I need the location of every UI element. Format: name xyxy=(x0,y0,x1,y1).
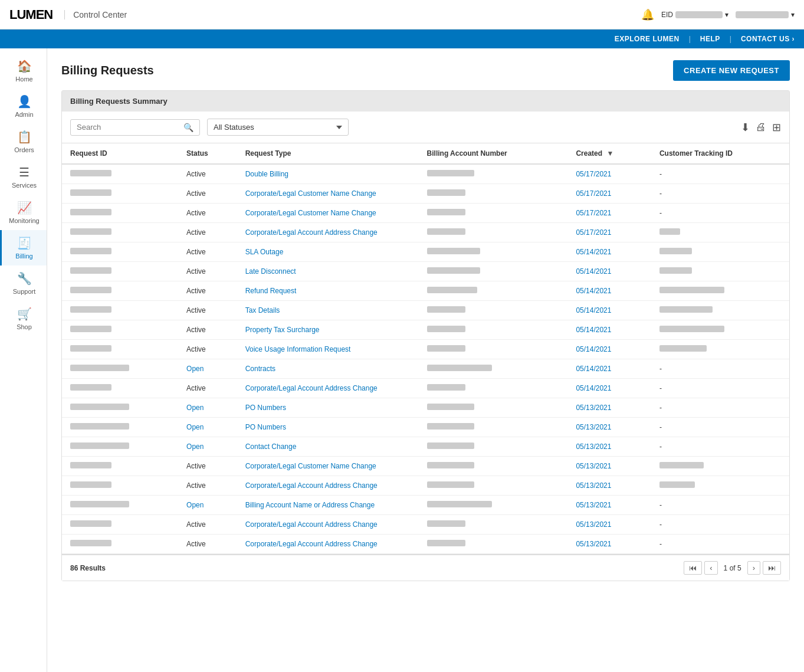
search-input[interactable] xyxy=(77,123,180,132)
request-id-link[interactable] xyxy=(70,404,129,410)
request-type-link[interactable]: PO Numbers xyxy=(245,404,286,412)
next-page-button[interactable]: › xyxy=(747,561,760,575)
home-icon: 🏠 xyxy=(17,59,32,73)
sidebar-item-admin[interactable]: 👤 Admin xyxy=(0,88,47,124)
sidebar-item-billing[interactable]: 🧾 Billing xyxy=(0,230,47,265)
created-date-link[interactable]: 05/14/2021 xyxy=(576,287,611,295)
status-filter-select[interactable]: All Statuses Active Open Closed xyxy=(207,119,349,136)
sidebar-item-services[interactable]: ☰ Services xyxy=(0,159,47,195)
request-type-link[interactable]: Property Tax Surcharge xyxy=(245,326,320,334)
created-date-link[interactable]: 05/13/2021 xyxy=(576,520,611,529)
request-id-link[interactable] xyxy=(70,170,111,176)
request-id-link[interactable] xyxy=(70,287,111,293)
request-id-link[interactable] xyxy=(70,384,111,391)
request-type-link[interactable]: Corporate/Legal Customer Name Change xyxy=(245,189,376,198)
page-info: 1 of 5 xyxy=(720,564,745,572)
request-id-link[interactable] xyxy=(70,462,111,468)
created-date-link[interactable]: 05/13/2021 xyxy=(576,423,611,431)
request-id-link[interactable] xyxy=(70,501,129,507)
request-id-link[interactable] xyxy=(70,248,111,254)
created-date-link[interactable]: 05/14/2021 xyxy=(576,267,611,276)
request-type-link[interactable]: Corporate/Legal Account Address Change xyxy=(245,540,378,548)
request-id-link[interactable] xyxy=(70,423,129,430)
request-type-link[interactable]: Corporate/Legal Account Address Change xyxy=(245,384,378,392)
created-date-link[interactable]: 05/17/2021 xyxy=(576,209,611,217)
request-id-link[interactable] xyxy=(70,189,111,196)
table-row: ActiveVoice Usage Information Request05/… xyxy=(62,340,789,359)
user-selector[interactable]: ▾ xyxy=(736,11,795,19)
request-type-link[interactable]: Late Disconnect xyxy=(245,267,296,276)
request-id-link[interactable] xyxy=(70,209,111,215)
created-date-link[interactable]: 05/13/2021 xyxy=(576,462,611,470)
created-date-link[interactable]: 05/14/2021 xyxy=(576,306,611,314)
request-type-link[interactable]: Tax Details xyxy=(245,306,280,314)
sidebar-item-home[interactable]: 🏠 Home xyxy=(0,53,47,88)
sidebar-item-shop[interactable]: 🛒 Shop xyxy=(0,301,47,336)
request-type-link[interactable]: Voice Usage Information Request xyxy=(245,345,351,353)
prev-page-button[interactable]: ‹ xyxy=(704,561,717,575)
created-date-link[interactable]: 05/14/2021 xyxy=(576,384,611,392)
cell-created: 05/14/2021 xyxy=(567,262,651,281)
sidebar-item-label: Shop xyxy=(17,323,32,330)
created-date-link[interactable]: 05/13/2021 xyxy=(576,540,611,548)
request-id-link[interactable] xyxy=(70,345,111,352)
created-date-link[interactable]: 05/17/2021 xyxy=(576,170,611,178)
print-icon[interactable]: 🖨 xyxy=(756,121,766,133)
sidebar-item-support[interactable]: 🔧 Support xyxy=(0,265,47,301)
explore-lumen-link[interactable]: EXPLORE LUMEN xyxy=(615,35,680,43)
request-type-link[interactable]: Corporate/Legal Account Address Change xyxy=(245,481,378,490)
eid-selector[interactable]: EID ▾ xyxy=(661,11,728,19)
created-date-link[interactable]: 05/13/2021 xyxy=(576,404,611,412)
sidebar-item-monitoring[interactable]: 📈 Monitoring xyxy=(0,195,47,230)
sidebar-item-orders[interactable]: 📋 Orders xyxy=(0,124,47,159)
cell-request-id xyxy=(62,223,178,242)
request-type-link[interactable]: Corporate/Legal Account Address Change xyxy=(245,228,378,237)
cell-tracking-id: - xyxy=(651,164,789,184)
cell-status: Open xyxy=(178,418,237,437)
cell-status: Active xyxy=(178,476,237,496)
last-page-button[interactable]: ⏭ xyxy=(763,561,781,575)
request-id-link[interactable] xyxy=(70,306,111,313)
request-type-link[interactable]: SLA Outage xyxy=(245,248,284,256)
request-id-link[interactable] xyxy=(70,442,129,449)
first-page-button[interactable]: ⏮ xyxy=(684,561,702,575)
request-id-link[interactable] xyxy=(70,540,111,546)
table-header-row: Request ID Status Request Type Billing A… xyxy=(62,143,789,164)
request-id-link[interactable] xyxy=(70,326,111,332)
table-footer: 86 Results ⏮ ‹ 1 of 5 › ⏭ xyxy=(62,554,789,581)
columns-icon[interactable]: ⊞ xyxy=(772,121,781,134)
request-type-link[interactable]: Corporate/Legal Customer Name Change xyxy=(245,209,376,217)
contact-us-link[interactable]: CONTACT US › xyxy=(741,35,795,43)
ban-value xyxy=(427,404,474,410)
download-icon[interactable]: ⬇ xyxy=(741,121,750,134)
created-date-link[interactable]: 05/17/2021 xyxy=(576,228,611,237)
created-date-link[interactable]: 05/13/2021 xyxy=(576,442,611,451)
request-type-link[interactable]: Corporate/Legal Customer Name Change xyxy=(245,462,376,470)
help-link[interactable]: HELP xyxy=(700,35,720,43)
created-date-link[interactable]: 05/13/2021 xyxy=(576,501,611,509)
request-type-link[interactable]: Billing Account Name or Address Change xyxy=(245,501,375,509)
tracking-id-value xyxy=(659,306,713,313)
created-date-link[interactable]: 05/13/2021 xyxy=(576,481,611,490)
request-type-link[interactable]: Corporate/Legal Account Address Change xyxy=(245,520,378,529)
create-new-request-button[interactable]: CREATE NEW REQUEST xyxy=(673,60,790,81)
notifications-icon[interactable]: 🔔 xyxy=(641,8,654,21)
request-id-link[interactable] xyxy=(70,481,111,488)
request-type-link[interactable]: Double Billing xyxy=(245,170,288,178)
request-type-link[interactable]: Refund Request xyxy=(245,287,297,295)
request-id-link[interactable] xyxy=(70,365,129,371)
created-date-link[interactable]: 05/14/2021 xyxy=(576,365,611,373)
request-type-link[interactable]: Contracts xyxy=(245,365,275,373)
request-type-link[interactable]: PO Numbers xyxy=(245,423,286,431)
total-pages: 5 xyxy=(737,564,741,572)
request-type-link[interactable]: Contact Change xyxy=(245,442,297,451)
created-date-link[interactable]: 05/14/2021 xyxy=(576,345,611,353)
col-created[interactable]: Created ▼ xyxy=(567,143,651,164)
request-id-link[interactable] xyxy=(70,228,111,235)
cell-tracking-id: - xyxy=(651,359,789,379)
created-date-link[interactable]: 05/14/2021 xyxy=(576,326,611,334)
created-date-link[interactable]: 05/14/2021 xyxy=(576,248,611,256)
created-date-link[interactable]: 05/17/2021 xyxy=(576,189,611,198)
request-id-link[interactable] xyxy=(70,520,111,527)
request-id-link[interactable] xyxy=(70,267,111,274)
